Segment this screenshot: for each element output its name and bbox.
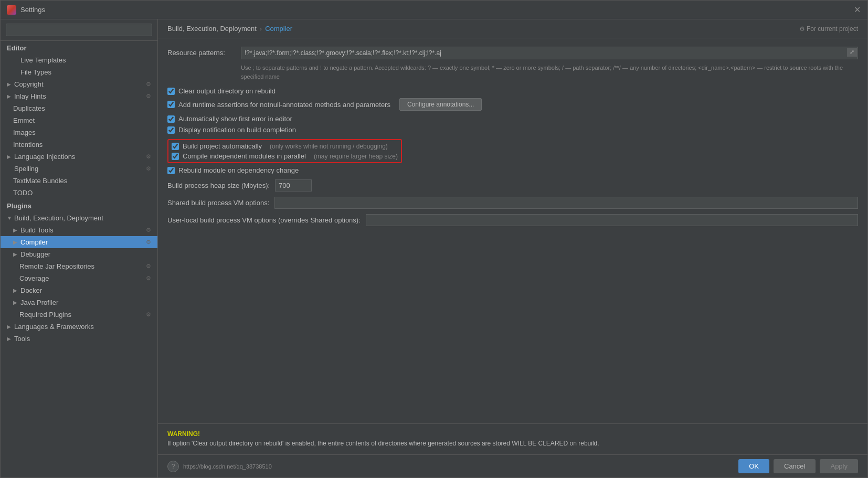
breadcrumb-current: Compiler xyxy=(265,25,292,33)
sidebar-item-label: TODO xyxy=(13,189,33,197)
sidebar-item-inlay-hints[interactable]: Inlay Hints ⚙ xyxy=(1,90,157,102)
title-bar: Settings ✕ xyxy=(1,1,867,19)
ok-button[interactable]: OK xyxy=(738,459,769,473)
arrow-icon xyxy=(7,324,14,330)
rebuild-dependency-label: Rebuild module on dependency change xyxy=(178,166,299,174)
rebuild-dependency-row: Rebuild module on dependency change xyxy=(167,166,858,174)
breadcrumb-path: Build, Execution, Deployment xyxy=(167,25,257,33)
sidebar-item-build-tools[interactable]: Build Tools ⚙ xyxy=(1,224,157,236)
build-automatically-note: (only works while not running / debuggin… xyxy=(270,143,388,150)
display-notification-row: Display notification on build completion xyxy=(167,126,858,134)
sidebar-item-label: Copyright xyxy=(14,80,44,88)
sidebar-item-languages-frameworks[interactable]: Languages & Frameworks xyxy=(1,321,157,333)
shared-vm-input[interactable] xyxy=(274,197,858,209)
settings-icon: ⚙ xyxy=(146,227,151,233)
highlighted-checkboxes-box: Build project automatically (only works … xyxy=(167,139,402,163)
clear-output-label: Clear output directory on rebuild xyxy=(178,87,276,95)
settings-icon: ⚙ xyxy=(146,275,151,282)
sidebar-item-duplicates[interactable]: Duplicates xyxy=(1,102,157,114)
settings-icon: ⚙ xyxy=(146,153,151,160)
form-area: Resource patterns: ⤢ Use ; to separate p… xyxy=(158,38,867,423)
sidebar-item-required-plugins[interactable]: Required Plugins ⚙ xyxy=(1,309,157,321)
sidebar-item-label: Emmet xyxy=(13,116,35,124)
warning-title: WARNING! xyxy=(167,430,200,438)
settings-icon: ⚙ xyxy=(146,239,151,246)
sidebar-item-label: Tools xyxy=(14,335,30,343)
configure-annotations-button[interactable]: Configure annotations... xyxy=(399,98,482,111)
sidebar-item-textmate-bundles[interactable]: TextMate Bundles xyxy=(1,175,157,187)
settings-icon: ⚙ xyxy=(146,165,151,172)
sidebar-item-java-profiler[interactable]: Java Profiler xyxy=(1,296,157,309)
compile-parallel-label: Compile independent modules in parallel xyxy=(183,152,306,160)
sidebar-item-label: Languages & Frameworks xyxy=(14,323,94,331)
bottom-url: https://blog.csdn.net/qq_38738510 xyxy=(183,463,734,470)
sidebar-item-tools[interactable]: Tools xyxy=(1,333,157,345)
auto-show-error-row: Automatically show first error in editor xyxy=(167,115,858,123)
sidebar-item-coverage[interactable]: Coverage ⚙ xyxy=(1,272,157,284)
resource-expand-button[interactable]: ⤢ xyxy=(847,48,857,57)
search-input[interactable] xyxy=(6,24,152,36)
display-notification-checkbox[interactable] xyxy=(167,126,175,134)
sidebar-item-label: TextMate Bundles xyxy=(13,177,67,185)
arrow-icon xyxy=(13,227,20,233)
sidebar-item-images[interactable]: Images xyxy=(1,126,157,139)
settings-icon: ⚙ xyxy=(146,93,151,100)
sidebar-item-live-templates[interactable]: Live Templates xyxy=(1,54,157,66)
compile-parallel-checkbox[interactable] xyxy=(172,153,179,160)
user-vm-label: User-local build process VM options (ove… xyxy=(167,216,361,224)
sidebar-item-spelling[interactable]: Spelling ⚙ xyxy=(1,163,157,175)
sidebar-item-remote-jar[interactable]: Remote Jar Repositories ⚙ xyxy=(1,260,157,272)
sidebar-item-language-injections[interactable]: Language Injections ⚙ xyxy=(1,151,157,163)
arrow-icon xyxy=(7,215,14,221)
app-icon xyxy=(7,5,16,15)
sidebar-item-label: Build Tools xyxy=(20,226,54,234)
auto-show-error-checkbox[interactable] xyxy=(167,115,175,123)
sidebar-item-label: Remote Jar Repositories xyxy=(19,262,94,270)
arrow-icon xyxy=(7,93,14,99)
sidebar-item-build-execution-deployment[interactable]: Build, Execution, Deployment xyxy=(1,212,157,224)
resource-patterns-label: Resource patterns: xyxy=(167,47,236,57)
sidebar: Editor Live Templates File Types Copyrig… xyxy=(1,19,158,477)
arrow-icon xyxy=(7,336,14,342)
sidebar-item-emmet[interactable]: Emmet xyxy=(1,114,157,126)
bottom-bar: ? https://blog.csdn.net/qq_38738510 OK C… xyxy=(158,454,867,477)
settings-dialog: Settings ✕ Editor Live Templates File Ty… xyxy=(0,0,868,478)
arrow-icon xyxy=(7,154,14,160)
sidebar-item-label: Language Injections xyxy=(14,153,75,161)
sidebar-item-docker[interactable]: Docker xyxy=(1,284,157,296)
content-area: Editor Live Templates File Types Copyrig… xyxy=(1,19,867,477)
close-button[interactable]: ✕ xyxy=(853,6,861,14)
editor-section-header: Editor xyxy=(1,41,157,54)
resource-patterns-input[interactable] xyxy=(241,47,858,59)
add-runtime-row: Add runtime assertions for notnull-annot… xyxy=(167,98,858,111)
user-vm-input[interactable] xyxy=(366,214,858,226)
display-notification-label: Display notification on build completion xyxy=(178,126,296,134)
sidebar-item-copyright[interactable]: Copyright ⚙ xyxy=(1,78,157,90)
build-automatically-label: Build project automatically xyxy=(183,142,262,150)
sidebar-item-debugger[interactable]: Debugger xyxy=(1,248,157,260)
cancel-button[interactable]: Cancel xyxy=(774,459,816,473)
build-automatically-checkbox[interactable] xyxy=(172,143,179,150)
project-tag-text: ⚙ For current project xyxy=(799,25,858,33)
main-content: Build, Execution, Deployment › Compiler … xyxy=(158,19,867,477)
settings-icon: ⚙ xyxy=(146,311,151,318)
clear-output-checkbox[interactable] xyxy=(167,88,175,95)
help-button[interactable]: ? xyxy=(167,461,179,472)
add-runtime-label: Add runtime assertions for notnull-annot… xyxy=(178,101,390,109)
sidebar-item-todo[interactable]: TODO xyxy=(1,187,157,199)
add-runtime-checkbox[interactable] xyxy=(167,101,175,108)
resource-patterns-row: Resource patterns: ⤢ xyxy=(167,47,858,59)
resource-patterns-hint: Use ; to separate patterns and ! to nega… xyxy=(241,63,858,81)
sidebar-item-file-types[interactable]: File Types xyxy=(1,66,157,78)
shared-vm-row: Shared build process VM options: xyxy=(167,197,858,209)
user-vm-row: User-local build process VM options (ove… xyxy=(167,214,858,226)
heap-size-input[interactable] xyxy=(275,179,312,192)
apply-button[interactable]: Apply xyxy=(820,459,858,473)
sidebar-item-label: Coverage xyxy=(19,274,49,282)
sidebar-item-label: Live Templates xyxy=(20,56,66,64)
sidebar-item-intentions[interactable]: Intentions xyxy=(1,139,157,151)
compile-parallel-note: (may require larger heap size) xyxy=(314,153,398,160)
heap-size-label: Build process heap size (Mbytes): xyxy=(167,182,270,189)
sidebar-item-compiler[interactable]: Compiler ⚙ xyxy=(1,236,157,248)
rebuild-dependency-checkbox[interactable] xyxy=(167,167,175,174)
